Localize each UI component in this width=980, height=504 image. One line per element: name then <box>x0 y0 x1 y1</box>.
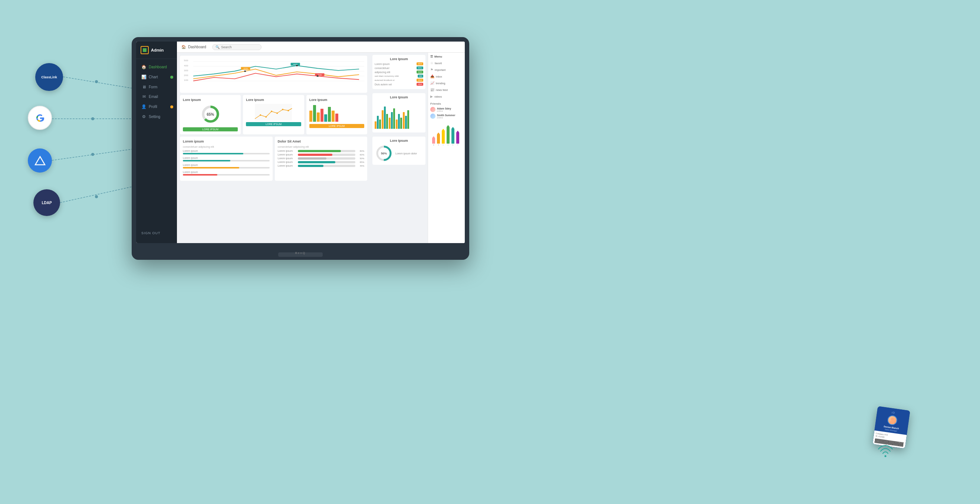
progress-fill-4 <box>183 174 217 175</box>
bar4 <box>320 109 323 122</box>
profil-badge <box>170 105 173 108</box>
nav-profil[interactable]: 👤 Profil <box>136 102 177 112</box>
svg-text:500: 500 <box>184 60 188 62</box>
svg-rect-43 <box>442 131 445 144</box>
dolor-pct-2: 60% <box>357 154 364 156</box>
dolor-title: Dolor Sit Amet <box>278 140 364 143</box>
stat-label-2: consectetuer <box>375 67 390 69</box>
rbar1 <box>375 121 377 129</box>
nav-email[interactable]: ✉ Email <box>136 92 177 102</box>
progress-item-2: Lorem ipsum <box>183 156 270 161</box>
stat-badge-6: 434 <box>417 83 423 86</box>
svg-text:300: 300 <box>184 70 188 72</box>
social-favorit[interactable]: ☆ favorit <box>430 61 463 66</box>
social-important[interactable]: ⚑ important <box>430 67 463 72</box>
search-icon: 🔍 <box>215 45 220 49</box>
bar3 <box>317 112 320 122</box>
rbar5 <box>384 107 386 129</box>
bar8 <box>335 113 338 122</box>
card1-title: Lore Ipsum <box>183 98 238 102</box>
rbar11 <box>398 114 400 129</box>
progress-subtitle: consectetuer adipiscing elit <box>183 145 270 148</box>
card-donut: Lore Ipsum 65% LORE <box>180 95 241 134</box>
nav-chart[interactable]: 📊 Chart <box>136 72 177 82</box>
dolor-label-2: Lorem ipsum <box>278 153 296 156</box>
arrow-chart-svg: A B C D E F <box>430 123 464 145</box>
chart-badge <box>170 76 173 79</box>
progress-bar-3 <box>183 167 270 169</box>
nav-setting[interactable]: ⚙ Setting <box>136 112 177 122</box>
rbar4 <box>382 110 383 129</box>
search-input[interactable] <box>221 45 258 49</box>
dolor-fill-5 <box>298 165 324 167</box>
rbar2 <box>377 116 379 129</box>
stat-badge-4: 99 <box>418 75 423 78</box>
progress-items: Lorem ipsum Lorem ipsum <box>183 150 270 175</box>
svg-text:E: E <box>453 144 453 145</box>
social-videos[interactable]: ▶ videos <box>430 94 463 99</box>
friend-2: Smith Summer online <box>430 113 463 119</box>
dolor-subtitle: consectetuer adipiscing elit <box>278 145 364 148</box>
wifi-icon <box>878 445 893 458</box>
google-circle[interactable] <box>28 106 52 130</box>
stat-row-5: euismod tincidunt ut 334 <box>375 79 423 81</box>
stat-card-2: Lore Ipsum <box>372 93 425 132</box>
social-panel: ☰ Menu ☆ favorit ⚑ important 📥 <box>428 53 465 243</box>
search-box[interactable]: 🔍 <box>212 44 261 50</box>
chart-icon: 📊 <box>141 75 146 80</box>
google-icon <box>35 112 46 124</box>
dolor-bar-2 <box>298 154 356 156</box>
bar-chart <box>375 100 423 130</box>
dolor-label-1: Lorem ipsum <box>278 150 296 152</box>
bar2 <box>313 105 316 122</box>
bar6 <box>328 107 331 122</box>
rbar13 <box>403 112 405 129</box>
card2-title: Lore Ipsum <box>246 98 301 102</box>
svg-point-36 <box>288 110 289 111</box>
bar-group-2 <box>382 107 388 129</box>
inbox-label: inbox <box>436 75 442 78</box>
social-trending[interactable]: 📈 trending <box>430 81 463 86</box>
videos-label: videos <box>434 96 442 98</box>
monitor-brand-label: BenQ <box>295 251 305 255</box>
bar1 <box>309 111 312 122</box>
svg-marker-50 <box>456 131 459 132</box>
progress-label-4: Lorem ipsum <box>183 171 270 173</box>
classlink-circle[interactable]: ClassLink <box>35 63 63 91</box>
bar-group-5 <box>403 110 409 129</box>
main-chart-card: 500 400 300 200 100 <box>180 56 367 93</box>
friend-1: Adam Sdey online <box>430 107 463 112</box>
svg-marker-46 <box>447 125 450 127</box>
nav-form[interactable]: 🖥 Form <box>136 82 177 92</box>
dolor-pct-1: 80% <box>357 150 364 152</box>
stat-badge-3: 122 <box>417 70 423 73</box>
friend-avatar-1 <box>430 107 436 112</box>
rbar12 <box>400 118 402 129</box>
monitor: Admin 🏠 Dashboard 📊 Chart 🖥 Form ✉ <box>132 37 469 260</box>
menu-lines-icon: ☰ <box>430 55 433 58</box>
donut-container: 65% LORE IPSUM <box>183 104 238 131</box>
topbar: 🏠 Dashboard 🔍 <box>177 41 465 53</box>
arch-circle[interactable] <box>28 148 52 172</box>
ldap-circle[interactable]: LDAP <box>33 189 60 216</box>
stat-title-1: Lore Ipsum <box>375 57 423 61</box>
svg-text:D: D <box>448 144 449 145</box>
main-line-chart: 500 400 300 200 100 <box>183 59 364 86</box>
svg-point-59 <box>885 455 886 457</box>
svg-rect-39 <box>432 138 435 144</box>
nav-dashboard[interactable]: 🏠 Dashboard <box>136 62 177 72</box>
stat-row-4: sed diam nonummy nibh 99 <box>375 75 423 78</box>
progress-label-3: Lorem ipsum <box>183 164 270 166</box>
videos-icon: ▶ <box>430 95 433 98</box>
mini-line-chart <box>246 104 301 121</box>
dolor-items: Lorem ipsum 80% Lorem ipsum <box>278 150 364 167</box>
social-inbox[interactable]: 📥 inbox <box>430 74 463 79</box>
rbar9 <box>393 108 395 129</box>
social-newsfeed[interactable]: 📰 news feed <box>430 87 463 93</box>
nav-email-label: Email <box>149 95 158 99</box>
rbar7 <box>389 118 391 129</box>
dolor-bar-4 <box>298 161 356 163</box>
friend-name-1: Adam Sdey <box>437 107 463 110</box>
progress-title: Lorem ipsum <box>183 140 270 143</box>
sign-out-button[interactable]: SIGN OUT <box>136 228 177 239</box>
